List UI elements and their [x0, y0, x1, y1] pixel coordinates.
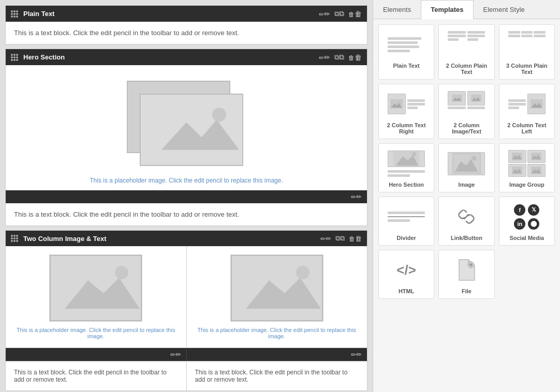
tmpl-line — [508, 103, 526, 105]
tmpl-label-file: File — [462, 288, 471, 294]
delete-icon[interactable]: 🗑 — [348, 10, 362, 18]
tmpl-img-box-1 — [448, 91, 466, 105]
tmpl-hero-img — [388, 150, 425, 167]
tmpl-2col-img-layout — [448, 91, 485, 117]
tmpl-thumb-link-button — [446, 201, 487, 232]
tmpl-line — [388, 50, 410, 52]
tmpl-line — [534, 35, 546, 37]
template-3col-plain-text[interactable]: 3 Column Plain Text — [499, 24, 555, 80]
template-hero[interactable]: Hero Section — [378, 143, 434, 192]
tmpl-line — [448, 35, 466, 37]
col-left: This is a placeholder image. Click the e… — [6, 246, 187, 348]
template-image-group[interactable]: Image Group — [499, 143, 555, 192]
tmpl-label-hero: Hero Section — [389, 182, 424, 188]
template-2col-plain-text[interactable]: 2 Column Plain Text — [438, 24, 494, 80]
hero-header: Hero Section ✏ ⧉ 🗑 — [6, 49, 367, 65]
tmpl-divider-hr — [388, 216, 425, 217]
hero-image-area — [6, 65, 367, 176]
template-2col-text-right[interactable]: 2 Column Text Right — [378, 84, 434, 139]
tmpl-text-col — [407, 91, 425, 117]
tmpl-label-social-media: Social Media — [510, 235, 544, 241]
tmpl-col-img1 — [448, 91, 466, 117]
hero-caption-area: This is a placeholder image. Click the e… — [6, 176, 367, 190]
tmpl-label-2col-text-left: 2 Column Text Left — [504, 122, 550, 134]
tmpl-thumb-image-group — [506, 148, 548, 179]
template-social-media[interactable]: f 𝕏 in ⬤ Social Media — [499, 197, 555, 246]
two-col-copy-icon[interactable]: ⧉ — [335, 234, 345, 243]
tmpl-col-1 — [508, 31, 520, 58]
copy-icon[interactable]: ⧉ — [334, 9, 344, 18]
tmpl-link-btn-icon — [448, 203, 485, 230]
col-right-edit-icon[interactable]: ✏ — [351, 351, 362, 358]
tabs-row: Elements Templates Element Style — [373, 0, 560, 19]
social-twitter-icon: 𝕏 — [528, 204, 539, 216]
tmpl-label-link-button: Link/Button — [451, 235, 482, 241]
tab-templates[interactable]: Templates — [421, 0, 473, 19]
template-file[interactable]: File — [438, 250, 494, 299]
col-left-text: This is a text block. Click the edit pen… — [6, 361, 187, 390]
hero-text-block: This is a text block. Click the edit pen… — [6, 203, 367, 225]
two-col-title: Two Column Image & Text — [23, 235, 107, 243]
tmpl-thumb-divider — [386, 201, 427, 232]
template-html[interactable]: </> HTML — [378, 250, 434, 299]
tmpl-2col-text-left-layout — [508, 91, 546, 117]
tab-element-style[interactable]: Element Style — [474, 0, 535, 19]
hero-edit-icon[interactable]: ✏ — [319, 53, 330, 62]
tmpl-line — [508, 107, 519, 109]
edit-pencil-icon[interactable]: ✏ — [319, 10, 330, 18]
tmpl-line — [521, 31, 533, 34]
tmpl-thumb-plain-text — [386, 29, 427, 60]
tmpl-thumb-file — [446, 254, 487, 285]
tmpl-label-2col-plain: 2 Column Plain Text — [443, 63, 490, 75]
drag-handle-icon[interactable] — [11, 10, 18, 18]
templates-grid: Plain Text 2 Column Plai — [373, 19, 560, 304]
tmpl-line — [467, 38, 478, 41]
template-2col-image-text[interactable]: 2 Column Image/Text — [438, 84, 494, 139]
hero-section-block: Hero Section ✏ ⧉ 🗑 — [5, 49, 367, 226]
tmpl-thumb-2col-image-text — [446, 88, 487, 119]
tab-elements[interactable]: Elements — [373, 0, 421, 19]
hero-actions: ✏ ⧉ 🗑 — [319, 53, 362, 62]
two-col-edit-icon[interactable]: ✏ — [320, 235, 331, 243]
tmpl-label-2col-text-right: 2 Column Text Right — [383, 122, 430, 134]
hero-text-edit-icon[interactable]: ✏ — [351, 193, 362, 201]
col-left-edit-icon[interactable]: ✏ — [170, 351, 181, 358]
two-col-text-row: This is a text block. Click the edit pen… — [6, 361, 367, 390]
tmpl-label-divider: Divider — [397, 235, 416, 241]
tmpl-thumb-image — [446, 148, 487, 179]
hero-copy-icon[interactable]: ⧉ — [334, 53, 344, 62]
plain-text-title: Plain Text — [23, 10, 54, 18]
svg-point-13 — [296, 266, 310, 279]
tmpl-img-box-2 — [467, 91, 485, 105]
plain-text-body: This is a text block. Click the edit pen… — [14, 29, 239, 37]
two-col-drag-handle[interactable] — [11, 235, 18, 242]
tmpl-hero-layout — [388, 150, 425, 177]
two-col-header-row: Two Column Image & Text ✏ ⧉ 🗑 — [6, 231, 367, 246]
tmpl-image-box-right — [527, 94, 546, 114]
hero-delete-icon[interactable]: 🗑 — [348, 53, 362, 62]
hero-drag-handle[interactable] — [11, 54, 18, 61]
tmpl-2col-layout — [388, 91, 425, 117]
tmpl-line — [407, 99, 425, 102]
template-2col-text-left[interactable]: 2 Column Text Left — [499, 84, 555, 139]
col-left-caption: This is a placeholder image. Click the e… — [14, 327, 178, 339]
tmpl-thumb-social-media: f 𝕏 in ⬤ — [506, 201, 548, 232]
tmpl-line — [448, 38, 459, 41]
tmpl-line — [467, 107, 485, 109]
two-col-delete-icon[interactable]: 🗑 — [349, 235, 362, 243]
tmpl-thumb-2col-text-right — [386, 88, 427, 119]
tmpl-line — [388, 41, 418, 44]
col-right-caption: This is a placeholder image. Click the e… — [195, 327, 359, 339]
template-image[interactable]: Image — [438, 143, 494, 192]
template-link-button[interactable]: Link/Button — [438, 197, 494, 246]
template-plain-text[interactable]: Plain Text — [378, 24, 434, 80]
tmpl-img-col — [388, 91, 406, 117]
tmpl-grid-cell-2 — [527, 150, 546, 163]
tmpl-grid-cell-3 — [508, 164, 526, 177]
template-divider[interactable]: Divider — [378, 197, 434, 246]
svg-line-37 — [464, 215, 468, 219]
svg-point-28 — [471, 156, 477, 161]
tmpl-line — [388, 37, 421, 40]
two-col-header-left: Two Column Image & Text — [6, 231, 186, 246]
tmpl-img-full — [448, 152, 485, 175]
